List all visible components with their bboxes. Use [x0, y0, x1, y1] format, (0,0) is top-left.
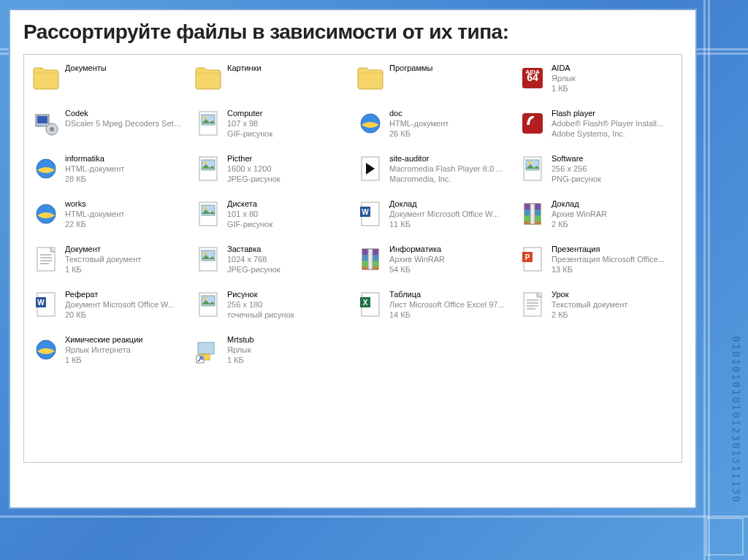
file-info: CodekDScaler 5 Mpeg Decoders Setup	[65, 109, 182, 129]
file-item[interactable]: Software256 x 256PNG-рисунок	[516, 153, 676, 191]
folder-icon	[194, 64, 223, 93]
file-meta: Macromedia Flash Player 8.0 ...	[389, 164, 503, 174]
word-icon	[356, 199, 385, 229]
file-item[interactable]: ДокументТекстовый документ1 КБ	[30, 243, 189, 281]
file-info: ДокладАрхив WinRAR2 КБ	[552, 199, 607, 229]
file-info: docHTML-документ26 КБ	[389, 109, 449, 139]
file-item[interactable]: ИнформатикаАрхив WinRAR54 КБ	[354, 243, 514, 281]
file-item[interactable]: ТаблицаЛист Microsoft Office Excel 97...…	[354, 288, 514, 326]
bmp-icon	[194, 290, 223, 319]
file-meta: Презентация Microsoft Office...	[552, 255, 665, 265]
file-info: Computer107 x 98GIF-рисунок	[227, 109, 272, 139]
file-item[interactable]: РефератДокумент Microsoft Office W...20 …	[30, 288, 189, 326]
folder-icon	[31, 64, 61, 93]
file-meta: 1 КБ	[552, 84, 576, 94]
file-meta: 28 КБ	[65, 174, 124, 185]
txt-icon	[518, 290, 547, 319]
file-meta: Лист Microsoft Office Excel 97...	[389, 300, 505, 310]
file-meta: Adobe Systems, Inc.	[552, 129, 663, 139]
file-item[interactable]: AIDAЯрлык1 КБ	[516, 62, 676, 100]
ie-icon	[31, 335, 61, 364]
file-name: Документ	[65, 245, 141, 255]
file-name: Урок	[552, 290, 627, 300]
file-info: Химические реакцииЯрлык Интернета1 КБ	[65, 335, 142, 365]
file-info: Заставка1024 x 768JPEG-рисунок	[227, 245, 280, 275]
file-item[interactable]: Документы	[30, 62, 189, 100]
file-info: ДокладДокумент Microsoft Office W...11 К…	[389, 199, 499, 229]
file-name: Доклад	[389, 199, 499, 210]
file-meta: Macromedia, Inc.	[389, 174, 503, 185]
file-item[interactable]: Picther1600 x 1200JPEG-рисунок	[192, 153, 351, 191]
file-meta: Ярлык Интернета	[65, 345, 142, 356]
file-info: AIDAЯрлык1 КБ	[552, 64, 576, 93]
file-meta: 256 x 256	[552, 164, 601, 174]
file-meta: GIF-рисунок	[227, 129, 272, 139]
file-item[interactable]: ДокладДокумент Microsoft Office W...11 К…	[354, 198, 514, 236]
file-meta: Adobe® Flash® Player Install...	[552, 119, 663, 129]
ppt-icon	[518, 245, 547, 274]
file-name: Codek	[65, 109, 182, 119]
file-name: Доклад	[552, 199, 607, 210]
file-name: Software	[552, 154, 601, 164]
file-meta: Документ Microsoft Office W...	[65, 300, 175, 310]
file-item[interactable]: УрокТекстовый документ2 КБ	[516, 288, 676, 326]
file-item[interactable]: Программы	[354, 62, 514, 100]
file-item[interactable]: worksHTML-документ22 КБ	[30, 198, 189, 236]
file-meta: Текстовый документ	[65, 255, 141, 265]
file-item[interactable]: MrtstubЯрлык1 КБ	[192, 334, 351, 372]
folder-icon	[356, 64, 385, 93]
txt-icon	[31, 245, 61, 274]
rar-icon	[356, 245, 385, 274]
file-item[interactable]: Рисунок256 x 180точечный рисунок	[192, 288, 351, 326]
file-item[interactable]: Дискета101 x 80GIF-рисунок	[192, 198, 351, 236]
file-meta: Документ Microsoft Office W...	[389, 210, 499, 220]
rar-icon	[518, 199, 547, 229]
slide-card: Рассортируйте файлы в зависимости от их …	[9, 9, 697, 509]
file-meta: 1 КБ	[227, 356, 254, 366]
empty-cell	[354, 334, 514, 372]
file-name: Информатика	[389, 245, 445, 255]
jpeg-icon	[194, 245, 223, 274]
file-info: site-auditorMacromedia Flash Player 8.0 …	[389, 154, 503, 184]
file-meta: 54 КБ	[389, 265, 445, 275]
slide-title: Рассортируйте файлы в зависимости от их …	[23, 20, 682, 44]
file-meta: 1600 x 1200	[227, 164, 280, 174]
file-meta: DScaler 5 Mpeg Decoders Setup	[65, 119, 182, 129]
file-item[interactable]: CodekDScaler 5 Mpeg Decoders Setup	[30, 107, 189, 145]
file-meta: 20 КБ	[65, 310, 175, 321]
file-meta: Ярлык	[552, 74, 576, 84]
file-meta: 1024 x 768	[227, 255, 280, 265]
file-name: Заставка	[227, 245, 280, 255]
gif-icon	[194, 199, 223, 229]
file-info: Дискета101 x 80GIF-рисунок	[227, 199, 272, 229]
file-info: informatikaHTML-документ28 КБ	[65, 154, 124, 184]
file-item[interactable]: site-auditorMacromedia Flash Player 8.0 …	[354, 153, 514, 191]
file-info: Flash playerAdobe® Flash® Player Install…	[552, 109, 663, 139]
file-meta: Архив WinRAR	[552, 210, 607, 220]
file-item[interactable]: Картинки	[192, 62, 351, 100]
file-item[interactable]: Flash playerAdobe® Flash® Player Install…	[516, 107, 676, 145]
file-name: Picther	[227, 154, 280, 164]
file-name: Презентация	[552, 245, 665, 255]
file-meta: 22 КБ	[65, 220, 124, 230]
file-info: Программы	[389, 64, 432, 74]
file-item[interactable]: ДокладАрхив WinRAR2 КБ	[516, 198, 676, 236]
file-name: Дискета	[227, 199, 272, 210]
excel-icon	[356, 290, 385, 319]
file-item[interactable]: Computer107 x 98GIF-рисунок	[192, 107, 351, 145]
file-info: РефератДокумент Microsoft Office W...20 …	[65, 290, 175, 320]
file-name: Картинки	[227, 64, 262, 74]
file-meta: 2 КБ	[552, 310, 627, 321]
file-name: Computer	[227, 109, 272, 119]
file-grid: ДокументыКартинкиПрограммыAIDAЯрлык1 КБC…	[30, 62, 676, 372]
file-item[interactable]: ПрезентацияПрезентация Microsoft Office.…	[516, 243, 676, 281]
file-item[interactable]: docHTML-документ26 КБ	[354, 107, 514, 145]
file-meta: PNG-рисунок	[552, 174, 601, 185]
file-meta: 2 КБ	[552, 220, 607, 230]
file-item[interactable]: Химические реакцииЯрлык Интернета1 КБ	[30, 334, 189, 372]
file-item[interactable]: Заставка1024 x 768JPEG-рисунок	[192, 243, 351, 281]
file-name: Flash player	[552, 109, 663, 119]
file-info: ДокументТекстовый документ1 КБ	[65, 245, 141, 275]
file-meta: Архив WinRAR	[389, 255, 445, 265]
file-item[interactable]: informatikaHTML-документ28 КБ	[30, 153, 189, 191]
